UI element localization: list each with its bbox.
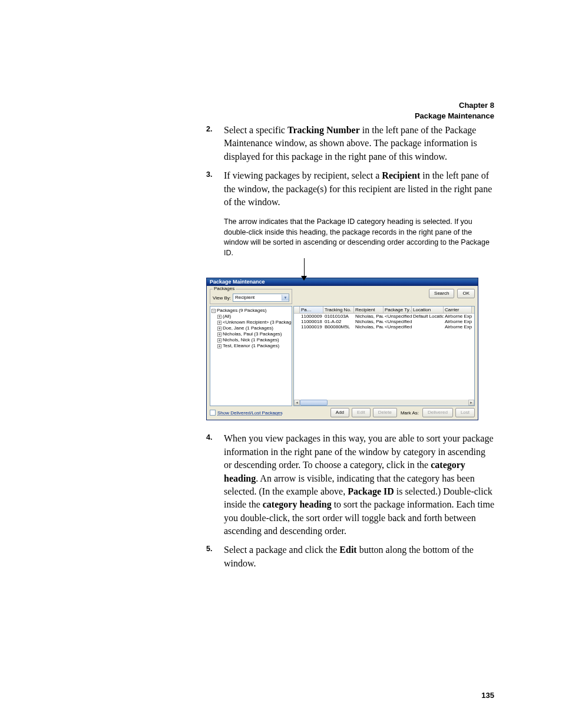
groupbox-legend: Packages bbox=[213, 286, 236, 291]
viewby-label: View By: bbox=[213, 295, 231, 301]
delete-button[interactable]: Delete bbox=[373, 408, 397, 417]
table-row[interactable]: 1100001801-A-02Nicholas, Paul<Unspecifie… bbox=[294, 319, 474, 324]
col-carrier[interactable]: Carrier bbox=[444, 307, 472, 313]
step-4-text: When you view packages in this way, you … bbox=[224, 433, 494, 536]
page-header: Chapter 8 Package Maintenance bbox=[415, 100, 494, 121]
col-package-id[interactable]: Pa… bbox=[300, 307, 323, 313]
col-package-type[interactable]: Package Ty… bbox=[384, 307, 412, 313]
scroll-right-icon[interactable]: ► bbox=[468, 400, 474, 406]
search-button[interactable]: Search bbox=[429, 289, 454, 298]
page-number: 135 bbox=[481, 691, 494, 700]
tree-item[interactable]: +Doe, Jane (1 Packages) bbox=[211, 325, 290, 331]
expand-icon[interactable]: + bbox=[217, 315, 222, 319]
expand-icon[interactable]: + bbox=[217, 332, 222, 337]
add-button[interactable]: Add bbox=[330, 408, 349, 417]
ok-button[interactable]: OK bbox=[457, 289, 475, 298]
figure-caption: The arrow indicates that the Package ID … bbox=[224, 217, 494, 258]
step-5: 5. Select a package and click the Edit b… bbox=[206, 543, 494, 570]
tree-root[interactable]: −Packages (9 Packages) bbox=[211, 308, 290, 314]
col-recipient[interactable]: Recipient bbox=[354, 307, 384, 313]
step-3-text: If viewing packages by recipient, select… bbox=[224, 170, 492, 207]
package-maintenance-window: Package Maintenance Packages View By: Re… bbox=[206, 278, 478, 420]
viewby-combo[interactable]: Recipient ▼ bbox=[233, 294, 289, 302]
grid-header: Pa… Tracking No. Recipient Package Ty… L… bbox=[294, 307, 474, 314]
step-num: 4. bbox=[206, 433, 212, 443]
tree-item[interactable]: +Test, Eleanor (1 Packages) bbox=[211, 343, 290, 349]
show-delivered-checkbox[interactable]: Show Delivered/Lost Packages bbox=[210, 410, 283, 416]
expand-icon[interactable]: + bbox=[217, 338, 222, 342]
col-tracking-no[interactable]: Tracking No. bbox=[323, 307, 354, 313]
packages-groupbox: Packages View By: Recipient ▼ bbox=[210, 289, 292, 304]
step-4: 4. When you view packages in this way, y… bbox=[206, 432, 494, 538]
step-num: 2. bbox=[206, 124, 212, 135]
markas-label: Mark As: bbox=[401, 410, 419, 416]
checkbox-icon[interactable] bbox=[210, 410, 216, 416]
callout-arrow bbox=[224, 262, 494, 279]
step-3: 3. If viewing packages by recipient, sel… bbox=[206, 169, 494, 209]
expand-icon[interactable]: + bbox=[217, 344, 222, 348]
window-title: Package Maintenance bbox=[210, 279, 265, 285]
table-row[interactable]: 11000019B00080M5LNicholas, Paul<Unspecif… bbox=[294, 324, 474, 330]
tree-item[interactable]: +(All) bbox=[211, 314, 290, 319]
col-indicator[interactable] bbox=[294, 307, 300, 313]
expand-icon[interactable]: + bbox=[217, 321, 222, 325]
show-delivered-label[interactable]: Show Delivered/Lost Packages bbox=[217, 410, 283, 416]
col-location[interactable]: Location bbox=[412, 307, 444, 313]
body-content: 2. Select a specific Tracking Number in … bbox=[206, 124, 494, 570]
lost-button[interactable]: Lost bbox=[455, 408, 475, 417]
arrow-down-icon bbox=[301, 276, 307, 281]
collapse-icon[interactable]: − bbox=[211, 309, 216, 313]
step-2-text: Select a specific Tracking Number in the… bbox=[224, 125, 477, 162]
edit-button[interactable]: Edit bbox=[352, 408, 371, 417]
step-num: 5. bbox=[206, 544, 212, 555]
scroll-thumb[interactable] bbox=[300, 400, 328, 406]
viewby-value: Recipient bbox=[235, 294, 254, 301]
scroll-left-icon[interactable]: ◄ bbox=[294, 400, 300, 406]
step-num: 3. bbox=[206, 170, 212, 180]
step-2: 2. Select a specific Tracking Number in … bbox=[206, 124, 494, 163]
delivered-button[interactable]: Delivered bbox=[422, 408, 453, 417]
tree-item[interactable]: +Nicholas, Paul (3 Packages) bbox=[211, 331, 290, 337]
chevron-down-icon[interactable]: ▼ bbox=[282, 295, 289, 301]
chapter-title: Package Maintenance bbox=[415, 111, 494, 121]
tree-item[interactable]: +Nichols, Nick (1 Packages) bbox=[211, 337, 290, 343]
horizontal-scrollbar[interactable]: ◄ ► bbox=[294, 400, 474, 406]
expand-icon[interactable]: + bbox=[217, 327, 222, 331]
step-5-text: Select a package and click the Edit butt… bbox=[224, 545, 474, 568]
tree-item[interactable]: +<Unknown Recipient> (3 Packages) bbox=[211, 319, 290, 325]
table-row[interactable]: 1100000901010103ANicholas, Paul<Unspecif… bbox=[294, 314, 474, 319]
chapter-label: Chapter 8 bbox=[415, 100, 494, 111]
package-grid[interactable]: Pa… Tracking No. Recipient Package Ty… L… bbox=[293, 306, 475, 406]
package-tree[interactable]: −Packages (9 Packages) +(All) +<Unknown … bbox=[210, 306, 292, 406]
